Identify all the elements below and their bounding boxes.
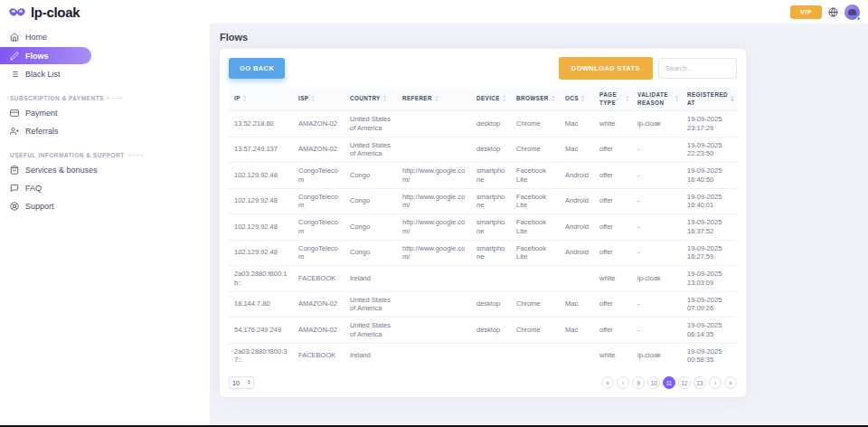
cell-browser: Facebook Lite: [511, 163, 560, 188]
cell-device: [471, 344, 511, 369]
globe-icon[interactable]: [828, 7, 838, 17]
cell-country: United States of America: [344, 292, 397, 318]
avatar-figure: [848, 9, 856, 15]
vip-button[interactable]: VIP: [790, 5, 822, 19]
cell-device: desktop: [471, 292, 511, 318]
cell-page-type: offer: [594, 318, 632, 343]
sidebar-item-services-bonuses[interactable]: Services & bonuses: [0, 161, 210, 179]
cell-registered-at: 19-09-2025 13:03:09: [682, 266, 737, 291]
sidebar-item-label: Services & bonuses: [25, 166, 98, 175]
download-stats-button[interactable]: DOWNLOAD STATS: [559, 57, 653, 80]
cell-ip: 2a03:2880:f800:1b::: [229, 266, 293, 291]
page-button-9[interactable]: 9: [632, 376, 645, 389]
column-label: Registered At: [687, 91, 728, 107]
cell-ip: 13.57.249.137: [229, 138, 293, 163]
sidebar-item-flows[interactable]: Flows: [0, 47, 91, 64]
cell-ip: 102.129.92.48: [229, 214, 293, 240]
user-avatar[interactable]: [844, 5, 860, 20]
cell-page-type: offer: [594, 138, 632, 163]
cell-ocs: Android: [560, 163, 594, 188]
sidebar-item-black-list[interactable]: Black List: [0, 65, 210, 83]
flows-icon: [10, 52, 19, 61]
cell-registered-at: 19-09-2025 16:40:01: [682, 189, 737, 214]
table-row: 18.144.7.80AMAZON-02United States of Ame…: [229, 291, 737, 318]
column-header-country[interactable]: Country▲▼: [344, 91, 397, 107]
column-header-device[interactable]: Device▲▼: [471, 91, 511, 107]
cell-ocs: Mac: [560, 292, 594, 318]
column-label: Referer: [402, 95, 432, 103]
column-header-ocs[interactable]: OCS▲▼: [560, 91, 594, 107]
table-row: 102.129.92.48CongoTelecomCongohttp://www…: [229, 214, 737, 240]
search-input[interactable]: [658, 58, 737, 79]
sidebar: Home Flows Black List SUBSCRIPTION & PAY…: [0, 24, 210, 425]
sort-icon: ▲▼: [503, 96, 506, 102]
online-status-dot: [856, 16, 861, 21]
table-header-row: IP▲▼ISP▲▼Country▲▼Referer▲▼Device▲▼Brows…: [229, 88, 737, 110]
cell-browser: [511, 344, 560, 369]
user-plus-icon: [10, 127, 19, 136]
sort-icon: ▲▼: [243, 96, 247, 102]
cell-registered-at: 19-09-2025 06:14:35: [682, 318, 737, 343]
cell-registered-at: 19-09-2025 22:23:50: [682, 138, 737, 163]
page-button-12[interactable]: 12: [678, 376, 691, 389]
sidebar-item-support[interactable]: Support: [0, 197, 210, 215]
cell-referer: [397, 111, 471, 137]
cell-ocs: Android: [560, 241, 594, 266]
page-button-10[interactable]: 10: [647, 376, 660, 389]
cell-ip: 18.144.7.80: [229, 292, 293, 318]
cell-registered-at: 19-09-2025 00:58:35: [682, 344, 737, 369]
table-row: 2a03:2880:f800:1b::FACEBOOKIrelandwhitel…: [229, 265, 737, 291]
sidebar-section-payments: SUBSCRIPTION & PAYMENTS: [0, 95, 210, 101]
cell-browser: [511, 266, 560, 291]
cell-referer: http://www.google.com/: [397, 163, 471, 188]
cell-isp: CongoTelecom: [293, 189, 344, 214]
cell-referer: http://www.google.com/: [397, 189, 471, 214]
cell-device: desktop: [471, 138, 511, 163]
next-page-button[interactable]: ›: [709, 376, 722, 389]
cell-validate-reason: lp-cloak: [632, 266, 682, 291]
cell-page-type: offer: [594, 241, 632, 266]
column-header-registered-at[interactable]: Registered At▲▼: [682, 88, 737, 110]
column-header-browser[interactable]: Browser▲▼: [511, 91, 560, 107]
column-header-validate-reason[interactable]: Validate Reason▲▼: [632, 88, 682, 110]
sidebar-item-payment[interactable]: Payment: [0, 104, 210, 122]
column-header-referer[interactable]: Referer▲▼: [397, 91, 471, 107]
cell-country: Ireland: [344, 344, 397, 369]
column-label: Country: [350, 95, 381, 103]
page-button-13[interactable]: 13: [693, 376, 706, 389]
column-header-page-type[interactable]: Page Type▲▼: [594, 88, 632, 110]
cell-device: desktop: [471, 111, 511, 137]
column-label: OCS: [565, 95, 579, 103]
column-label: Device: [476, 95, 500, 103]
brand-logo[interactable]: lp-cloak: [8, 5, 80, 20]
prev-page-button[interactable]: ‹: [617, 376, 629, 389]
first-page-button[interactable]: «: [601, 376, 614, 389]
cell-device: [471, 266, 511, 291]
cell-ocs: Mac: [560, 111, 594, 137]
cell-referer: http://www.google.com/: [397, 241, 471, 266]
column-header-ip[interactable]: IP▲▼: [229, 91, 293, 107]
cell-ip: 13.52.218.60: [229, 111, 293, 137]
go-back-button[interactable]: GO BACK: [229, 58, 285, 79]
column-label: Browser: [516, 95, 549, 103]
sidebar-item-faq[interactable]: FAQ: [0, 179, 210, 197]
column-header-isp[interactable]: ISP▲▼: [293, 91, 344, 107]
cell-ip: 102.129.92.48: [229, 241, 293, 266]
sidebar-item-home[interactable]: Home: [0, 28, 210, 46]
page-button-11[interactable]: 11: [663, 376, 675, 389]
sort-icon: ▲▼: [311, 96, 315, 102]
top-header: lp-cloak VIP: [0, 0, 868, 24]
sidebar-item-label: Black List: [25, 70, 61, 79]
cell-page-type: white: [594, 111, 632, 137]
sidebar-item-referrals[interactable]: Referrals: [0, 122, 210, 140]
last-page-button[interactable]: »: [724, 376, 737, 389]
cell-referer: [397, 266, 471, 291]
stepper-icon: ▲▼: [247, 380, 250, 386]
table-row: 102.129.92.48CongoTelecomCongohttp://www…: [229, 188, 737, 214]
page-size-select[interactable]: 10 ▲▼: [229, 376, 254, 389]
cell-isp: FACEBOOK: [293, 266, 344, 291]
table-footer: 10 ▲▼ «‹910111213›»: [229, 376, 737, 389]
cell-validate-reason: -: [632, 189, 682, 214]
column-label: ISP: [298, 95, 308, 103]
cell-ocs: Android: [560, 189, 594, 214]
